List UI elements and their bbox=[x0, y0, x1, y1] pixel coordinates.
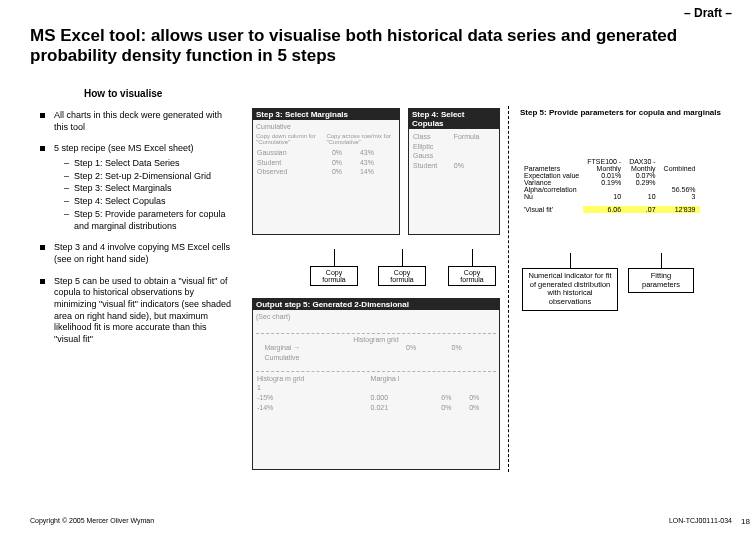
page-number: 18 bbox=[741, 517, 750, 526]
output-table-bottom: Histogra m gridMargina l 1 -15%0.0006%0%… bbox=[256, 374, 496, 413]
table-row: Variance 0.19% 0.29% bbox=[520, 179, 700, 186]
pane-header: Step 3: Select Marginals bbox=[253, 109, 399, 120]
copyright: Copyright © 2005 Mercer Oliver Wyman bbox=[30, 517, 154, 524]
hint-text: Copy down column for "Cumulative" bbox=[256, 133, 322, 146]
right-title: Step 5: Provide parameters for copula an… bbox=[520, 108, 740, 118]
page-title: MS Excel tool: allows user to visualise … bbox=[30, 26, 726, 67]
callout-numerical-indicator: Numerical indicator for fit of generated… bbox=[522, 268, 618, 311]
copy-formula-callout: Copy formula bbox=[378, 266, 426, 286]
hint-text: (Sec chart) bbox=[256, 313, 496, 321]
table-row-visual-fit: 'Visual fit' 6.06 .07 12'839 bbox=[520, 206, 700, 213]
sub-bullet: Step 2: Set-up 2-Dimensional Grid bbox=[64, 171, 235, 183]
section-subheading: How to visualise bbox=[84, 88, 162, 99]
vertical-divider bbox=[508, 106, 509, 472]
draft-label: – Draft – bbox=[684, 6, 732, 20]
pane-header: Step 4: Select Copulas bbox=[409, 109, 499, 129]
sub-bullet: Step 3: Select Marginals bbox=[64, 183, 235, 195]
copulas-table: ClassFormula Elliptic Gauss Student0% bbox=[412, 132, 496, 171]
copy-formula-callout: Copy formula bbox=[448, 266, 496, 286]
hint-text: Copy across row/mix for "Cumulative" bbox=[326, 133, 396, 146]
bullet-item: All charts in this deck were generated w… bbox=[40, 110, 235, 133]
table-row: Nu 10 10 3 bbox=[520, 193, 700, 200]
output-table-top: Marginal →0%0% Cumulative bbox=[256, 343, 496, 362]
bullet-item: Step 3 and 4 involve copying MS Excel ce… bbox=[40, 242, 235, 265]
parameters-table: FTSE100 - DAX30 - Parameters Monthly Mon… bbox=[520, 158, 700, 213]
pane-output-step5: Output step 5: Generated 2-Dimensional (… bbox=[252, 298, 500, 470]
right-panel: Step 5: Provide parameters for copula an… bbox=[520, 108, 740, 213]
bullet-item: Step 5 can be used to obtain a "visual f… bbox=[40, 276, 235, 346]
hint-text: Cumulative bbox=[256, 123, 291, 131]
sub-bullet: Step 1: Select Data Series bbox=[64, 158, 235, 170]
screenshot-panes: Step 3: Select Marginals Cumulative Copy… bbox=[250, 108, 500, 478]
copy-formula-callout: Copy formula bbox=[310, 266, 358, 286]
callout-fitting-parameters: Fitting parameters bbox=[628, 268, 694, 293]
table-row: Expectation value 0.01% 0.07% bbox=[520, 172, 700, 179]
doc-ref: LON-TCJ00111-034 bbox=[669, 517, 732, 524]
pane-step3: Step 3: Select Marginals Cumulative Copy… bbox=[252, 108, 400, 235]
pane-header: Output step 5: Generated 2-Dimensional bbox=[253, 299, 499, 310]
marginals-table: Gaussian0%43% Student0%43% Observed0%14% bbox=[256, 148, 396, 177]
table-row: Alpha/correlation 56.56% bbox=[520, 186, 700, 193]
bullet-text: 5 step recipe (see MS Excel sheet) bbox=[54, 143, 194, 153]
bullet-list: All charts in this deck were generated w… bbox=[40, 110, 235, 356]
pane-step4: Step 4: Select Copulas ClassFormula Elli… bbox=[408, 108, 500, 235]
sub-bullet: Step 5: Provide parameters for copula an… bbox=[64, 209, 235, 232]
bullet-item: 5 step recipe (see MS Excel sheet) Step … bbox=[40, 143, 235, 232]
sub-bullet: Step 4: Select Copulas bbox=[64, 196, 235, 208]
label: Histogram grid bbox=[256, 336, 496, 344]
